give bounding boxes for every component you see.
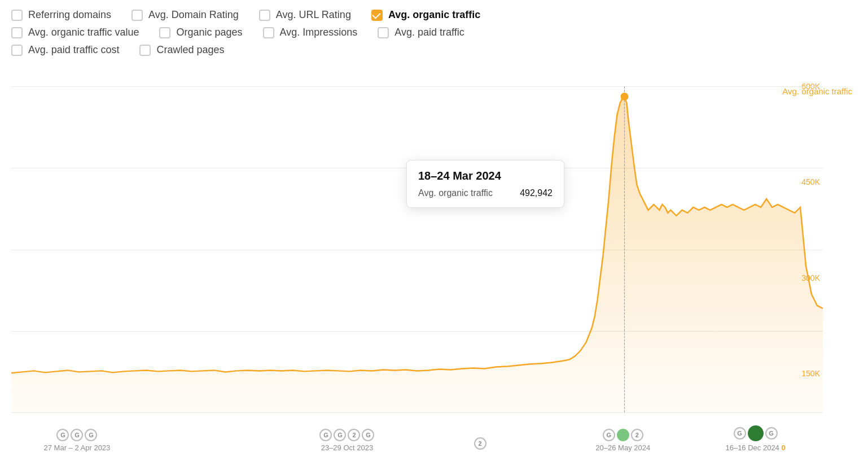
checkbox-organic-pages-label: Organic pages [176,27,242,38]
g-marker-5b [748,425,764,441]
g-markers-2: G G 2 G [319,429,374,441]
g-markers-3: 2 [474,437,486,450]
chart-svg [11,86,823,412]
x-label-group-1: G G G 27 Mar – 2 Apr 2023 [44,429,111,452]
checkbox-avg-organic-traffic-value[interactable]: Avg. organic traffic value [11,27,139,38]
g-marker-5a: G [734,427,746,440]
g-marker-4b [617,429,629,441]
x-label-group-5: G G 16–16 Dec 2024 0 [725,425,785,452]
checkbox-avg-organic-traffic[interactable]: Avg. organic traffic [371,9,480,21]
checkbox-avg-url-rating-label: Avg. URL Rating [276,9,351,21]
checkbox-avg-domain-rating[interactable]: Avg. Domain Rating [131,9,239,21]
x-label-5: 16–16 Dec 2024 0 [725,443,785,452]
checkbox-avg-url-rating[interactable]: Avg. URL Rating [259,9,351,21]
checkbox-row-2: Avg. organic traffic value Organic pages… [11,27,857,38]
main-container: Referring domains Avg. Domain Rating Avg… [0,0,868,461]
checkbox-avg-domain-rating-label: Avg. Domain Rating [148,9,239,21]
x-label-2: 23–29 Oct 2023 [321,443,374,452]
g-marker-3a: 2 [474,437,486,450]
g-marker-4a: G [603,429,615,441]
x-label-group-3: 2 [474,437,486,452]
checkbox-avg-impressions[interactable]: Avg. Impressions [263,27,358,38]
g-marker-2c: 2 [348,429,360,441]
g-marker-1b: G [71,429,83,441]
checkbox-organic-pages-box[interactable] [159,27,170,38]
g-marker-2d: G [362,429,374,441]
checkbox-crawled-pages[interactable]: Crawled pages [139,44,224,56]
g-markers-5: G G [734,425,778,441]
checkbox-avg-impressions-box[interactable] [263,27,274,38]
checkbox-referring-domains-label: Referring domains [28,9,111,21]
checkbox-crawled-pages-label: Crawled pages [156,44,224,56]
checkbox-row-3: Avg. paid traffic cost Crawled pages [11,44,857,56]
checkbox-avg-url-rating-box[interactable] [259,10,270,21]
x-label-1: 27 Mar – 2 Apr 2023 [44,443,111,452]
checkbox-referring-domains-box[interactable] [11,10,23,21]
g-marker-1a: G [56,429,69,441]
g-markers-1: G G G [56,429,97,441]
checkbox-referring-domains[interactable]: Referring domains [11,9,111,21]
g-marker-5c: G [765,427,778,440]
checkbox-avg-paid-traffic-box[interactable] [378,27,389,38]
checkbox-avg-paid-traffic[interactable]: Avg. paid traffic [378,27,464,38]
x-label-group-2: G G 2 G 23–29 Oct 2023 [319,429,374,452]
checkbox-avg-organic-traffic-value-box[interactable] [11,27,23,38]
x-axis: G G G 27 Mar – 2 Apr 2023 G G 2 G 23–29 … [11,412,823,452]
tooltip-value: 492,942 [520,188,553,198]
checkbox-crawled-pages-box[interactable] [139,45,151,56]
checkbox-avg-paid-traffic-cost-box[interactable] [11,45,23,56]
checkbox-avg-domain-rating-box[interactable] [131,10,143,21]
tooltip-metric: Avg. organic traffic [418,188,493,198]
g-marker-2b: G [334,429,346,441]
checkbox-avg-paid-traffic-cost-label: Avg. paid traffic cost [28,44,119,56]
x-label-4: 20–26 May 2024 [595,443,650,452]
checkbox-row-1: Referring domains Avg. Domain Rating Avg… [11,9,857,21]
chart-tooltip: 18–24 Mar 2024 Avg. organic traffic 492,… [406,160,564,208]
checkbox-avg-paid-traffic-cost[interactable]: Avg. paid traffic cost [11,44,119,56]
checkbox-avg-organic-traffic-value-label: Avg. organic traffic value [28,27,139,38]
checkbox-avg-impressions-label: Avg. Impressions [280,27,358,38]
g-marker-4c: 2 [631,429,643,441]
tooltip-row: Avg. organic traffic 492,942 [418,188,553,198]
g-marker-2a: G [319,429,332,441]
checkbox-organic-pages[interactable]: Organic pages [159,27,242,38]
g-markers-4: G 2 [603,429,643,441]
g-marker-1c: G [85,429,97,441]
checkbox-avg-paid-traffic-label: Avg. paid traffic [394,27,464,38]
checkbox-avg-organic-traffic-box[interactable] [371,10,383,21]
checkbox-avg-organic-traffic-label: Avg. organic traffic [388,9,480,21]
x-label-group-4: G 2 20–26 May 2024 [595,429,650,452]
svg-point-1 [620,93,628,101]
checkboxes-area: Referring domains Avg. Domain Rating Avg… [11,9,857,56]
tooltip-date: 18–24 Mar 2024 [418,169,553,182]
chart-area: Avg. organic traffic 600K 450K 300K 150K [11,69,857,452]
